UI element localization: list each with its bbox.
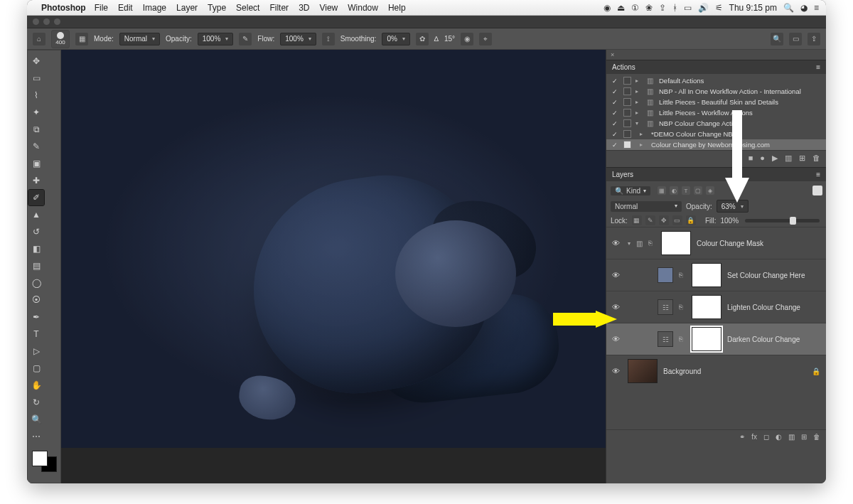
curves-adj-icon[interactable]: ☷ <box>658 299 673 315</box>
new-layer-icon[interactable]: ⊞ <box>801 433 807 441</box>
mask-thumb[interactable] <box>661 231 691 255</box>
visibility-icon[interactable]: 👁 <box>612 303 622 311</box>
filter-type-icon[interactable]: T <box>682 186 690 195</box>
link-layers-icon[interactable]: ⚭ <box>739 433 745 441</box>
layer-thumb[interactable] <box>628 359 658 383</box>
pen-tool[interactable]: ✒ <box>28 309 44 325</box>
history-brush-tool[interactable]: ↺ <box>28 224 44 240</box>
lock-nest-icon[interactable]: ▭ <box>672 215 682 225</box>
edit-toolbar-icon[interactable]: ⋯ <box>28 429 44 444</box>
menu-3d[interactable]: 3D <box>299 3 309 13</box>
menu-view[interactable]: View <box>319 3 338 13</box>
check-icon[interactable]: ✓ <box>611 77 619 85</box>
new-set-icon[interactable]: ▥ <box>785 154 792 163</box>
record-icon[interactable]: ● <box>760 154 765 163</box>
dialog-toggle[interactable] <box>623 141 631 149</box>
check-icon[interactable]: ✓ <box>611 88 619 95</box>
check-icon[interactable]: ✓ <box>611 99 619 106</box>
layer-item[interactable]: 👁 ☷ ⎘ Darken Colour Change <box>606 323 826 355</box>
disclosure-icon[interactable]: ▸ <box>640 141 647 148</box>
hand-tool[interactable]: ✋ <box>28 377 44 393</box>
action-set[interactable]: ✓▸▥Little Pieces - Beautiful Skin and De… <box>606 97 826 107</box>
zoom-tool[interactable]: 🔍 <box>28 412 44 427</box>
layer-kind-select[interactable]: 🔍 Kind <box>611 186 650 195</box>
stamp-tool[interactable]: ▲ <box>28 207 44 222</box>
menu-image[interactable]: Image <box>143 3 166 13</box>
status-icon-1[interactable]: ◉ <box>603 3 611 13</box>
adjustment-icon[interactable]: ◐ <box>776 433 782 441</box>
curves-adj-icon[interactable]: ☷ <box>658 331 673 347</box>
brush-preview[interactable]: 400 <box>51 30 70 48</box>
action-set[interactable]: ✓▸▥NBP - All In One Workflow Action - In… <box>606 86 826 97</box>
layer-name[interactable]: Colour Change Mask <box>697 240 763 247</box>
filter-shape-icon[interactable]: ▢ <box>694 186 702 195</box>
view-extras-icon[interactable]: ▭ <box>789 33 802 45</box>
lock-paint-icon[interactable]: ✎ <box>645 215 655 225</box>
layers-tab[interactable]: Layers ≡ <box>606 167 826 181</box>
traffic-min[interactable] <box>43 18 50 25</box>
menu-select[interactable]: Select <box>236 3 259 13</box>
menu-help[interactable]: Help <box>388 3 406 13</box>
filter-pixel-icon[interactable]: ▦ <box>658 186 666 195</box>
brush-panel-icon[interactable]: ▦ <box>75 33 88 45</box>
menu-filter[interactable]: Filter <box>269 3 289 13</box>
lock-all-icon[interactable]: 🔒 <box>686 215 696 225</box>
layer-name[interactable]: Set Colour Change Here <box>727 272 805 279</box>
disclosure-icon[interactable]: ▸ <box>635 109 643 116</box>
status-icon-2[interactable]: ⏏ <box>617 3 625 13</box>
move-tool[interactable]: ✥ <box>28 53 44 69</box>
visibility-icon[interactable]: 👁 <box>612 367 622 375</box>
layer-name[interactable]: Darken Colour Change <box>727 336 800 343</box>
action-set[interactable]: ✓▸▥Default Actions <box>606 75 826 86</box>
foreground-color-swatch[interactable] <box>32 451 48 466</box>
blend-mode-select[interactable]: Normal <box>611 201 682 212</box>
trash-icon[interactable]: 🗑 <box>812 154 820 163</box>
pressure-opacity-icon[interactable]: ✎ <box>239 33 252 45</box>
canvas-area[interactable] <box>61 50 606 483</box>
check-icon[interactable]: ✓ <box>611 131 619 138</box>
group-icon[interactable]: ▥ <box>788 433 795 441</box>
flow-select[interactable]: 100% <box>280 33 316 45</box>
dialog-toggle[interactable] <box>623 98 631 106</box>
mode-select[interactable]: Normal <box>119 33 160 45</box>
mask-thumb[interactable] <box>692 263 721 287</box>
share-icon[interactable]: ⇪ <box>808 33 820 45</box>
disclosure-open-icon[interactable]: ▾ <box>628 240 631 247</box>
marquee-tool[interactable]: ▭ <box>28 70 44 86</box>
traffic-zoom[interactable] <box>54 18 60 25</box>
action-item[interactable]: ✓▸*DEMO Colour Change NBP <box>606 129 826 139</box>
quick-select-tool[interactable]: ✦ <box>28 104 44 120</box>
volume-icon[interactable]: 🔊 <box>698 3 709 13</box>
layer-name[interactable]: Background <box>663 368 701 375</box>
fill-slider-knob[interactable] <box>790 217 796 225</box>
fx-icon[interactable]: fx <box>751 433 757 441</box>
crop-tool[interactable]: ⧉ <box>28 122 44 137</box>
menu-type[interactable]: Type <box>208 3 226 13</box>
layer-item[interactable]: 👁 ☷ ⎘ Lighten Colour Change <box>606 291 826 323</box>
disclosure-open-icon[interactable]: ▾ <box>635 120 643 127</box>
stop-icon[interactable]: ■ <box>749 154 753 163</box>
layer-background[interactable]: 👁 Background 🔒 <box>606 355 826 387</box>
dialog-toggle[interactable] <box>623 77 631 85</box>
mask-thumb[interactable] <box>692 327 721 351</box>
check-icon[interactable]: ✓ <box>611 109 619 117</box>
filter-adjust-icon[interactable]: ◐ <box>670 186 678 195</box>
fill-slider[interactable] <box>745 219 820 222</box>
status-icon-3[interactable]: ① <box>631 3 639 13</box>
frame-tool[interactable]: ▣ <box>28 156 44 171</box>
lock-trans-icon[interactable]: ▦ <box>632 215 642 225</box>
mask-icon[interactable]: ◻ <box>763 433 769 441</box>
filter-smart-icon[interactable]: ◈ <box>706 186 714 195</box>
disclosure-icon[interactable]: ▸ <box>635 99 643 105</box>
menu-file[interactable]: File <box>95 3 108 13</box>
menu-window[interactable]: Window <box>348 3 378 13</box>
bluetooth-icon[interactable]: ᚼ <box>672 3 677 13</box>
search-icon[interactable]: 🔍 <box>771 33 783 45</box>
siri-icon[interactable]: ◕ <box>800 3 808 13</box>
dialog-toggle[interactable] <box>623 130 631 138</box>
disclosure-icon[interactable]: ▸ <box>635 77 643 84</box>
menu-edit[interactable]: Edit <box>118 3 133 13</box>
wifi-icon[interactable]: ⚟ <box>715 3 723 13</box>
smoothing-select[interactable]: 0% <box>382 33 409 45</box>
pressure-size-icon[interactable]: ◉ <box>461 33 473 45</box>
